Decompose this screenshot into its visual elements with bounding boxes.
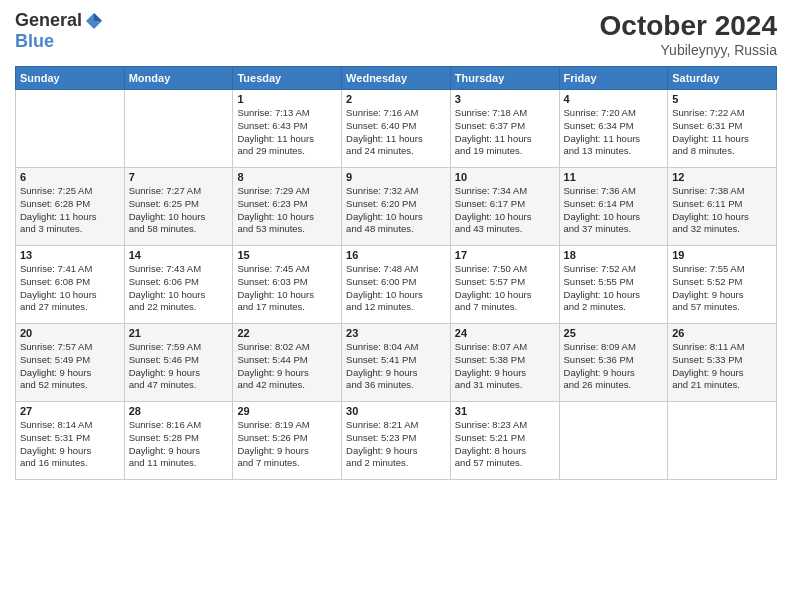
day-info: Sunrise: 7:25 AM Sunset: 6:28 PM Dayligh…	[20, 185, 120, 236]
weekday-header: Sunday	[16, 67, 125, 90]
calendar-week-row: 6Sunrise: 7:25 AM Sunset: 6:28 PM Daylig…	[16, 168, 777, 246]
day-info: Sunrise: 8:11 AM Sunset: 5:33 PM Dayligh…	[672, 341, 772, 392]
calendar-day-cell: 6Sunrise: 7:25 AM Sunset: 6:28 PM Daylig…	[16, 168, 125, 246]
day-info: Sunrise: 8:19 AM Sunset: 5:26 PM Dayligh…	[237, 419, 337, 470]
calendar-day-cell: 31Sunrise: 8:23 AM Sunset: 5:21 PM Dayli…	[450, 402, 559, 480]
day-info: Sunrise: 8:04 AM Sunset: 5:41 PM Dayligh…	[346, 341, 446, 392]
day-number: 7	[129, 171, 229, 183]
weekday-header: Monday	[124, 67, 233, 90]
day-info: Sunrise: 7:38 AM Sunset: 6:11 PM Dayligh…	[672, 185, 772, 236]
day-number: 25	[564, 327, 664, 339]
logo-icon	[84, 11, 104, 31]
day-info: Sunrise: 7:43 AM Sunset: 6:06 PM Dayligh…	[129, 263, 229, 314]
day-number: 29	[237, 405, 337, 417]
day-number: 14	[129, 249, 229, 261]
day-info: Sunrise: 7:34 AM Sunset: 6:17 PM Dayligh…	[455, 185, 555, 236]
weekday-header: Saturday	[668, 67, 777, 90]
day-number: 17	[455, 249, 555, 261]
day-info: Sunrise: 7:48 AM Sunset: 6:00 PM Dayligh…	[346, 263, 446, 314]
calendar-day-cell: 24Sunrise: 8:07 AM Sunset: 5:38 PM Dayli…	[450, 324, 559, 402]
page: General Blue October 2024 Yubileynyy, Ru…	[0, 0, 792, 612]
calendar-week-row: 1Sunrise: 7:13 AM Sunset: 6:43 PM Daylig…	[16, 90, 777, 168]
day-info: Sunrise: 7:16 AM Sunset: 6:40 PM Dayligh…	[346, 107, 446, 158]
day-info: Sunrise: 7:57 AM Sunset: 5:49 PM Dayligh…	[20, 341, 120, 392]
calendar-day-cell: 15Sunrise: 7:45 AM Sunset: 6:03 PM Dayli…	[233, 246, 342, 324]
day-number: 9	[346, 171, 446, 183]
calendar-day-cell	[559, 402, 668, 480]
day-number: 3	[455, 93, 555, 105]
day-number: 15	[237, 249, 337, 261]
day-info: Sunrise: 7:27 AM Sunset: 6:25 PM Dayligh…	[129, 185, 229, 236]
day-info: Sunrise: 7:20 AM Sunset: 6:34 PM Dayligh…	[564, 107, 664, 158]
calendar-day-cell: 10Sunrise: 7:34 AM Sunset: 6:17 PM Dayli…	[450, 168, 559, 246]
day-info: Sunrise: 7:13 AM Sunset: 6:43 PM Dayligh…	[237, 107, 337, 158]
day-info: Sunrise: 8:23 AM Sunset: 5:21 PM Dayligh…	[455, 419, 555, 470]
logo: General Blue	[15, 10, 104, 52]
calendar-day-cell: 4Sunrise: 7:20 AM Sunset: 6:34 PM Daylig…	[559, 90, 668, 168]
month-year: October 2024	[600, 10, 777, 42]
calendar-day-cell: 22Sunrise: 8:02 AM Sunset: 5:44 PM Dayli…	[233, 324, 342, 402]
calendar-day-cell: 13Sunrise: 7:41 AM Sunset: 6:08 PM Dayli…	[16, 246, 125, 324]
day-number: 4	[564, 93, 664, 105]
day-number: 28	[129, 405, 229, 417]
day-number: 22	[237, 327, 337, 339]
title-section: October 2024 Yubileynyy, Russia	[600, 10, 777, 58]
header-row: SundayMondayTuesdayWednesdayThursdayFrid…	[16, 67, 777, 90]
header: General Blue October 2024 Yubileynyy, Ru…	[15, 10, 777, 58]
day-number: 30	[346, 405, 446, 417]
calendar-day-cell: 8Sunrise: 7:29 AM Sunset: 6:23 PM Daylig…	[233, 168, 342, 246]
day-info: Sunrise: 7:29 AM Sunset: 6:23 PM Dayligh…	[237, 185, 337, 236]
calendar-day-cell: 17Sunrise: 7:50 AM Sunset: 5:57 PM Dayli…	[450, 246, 559, 324]
day-info: Sunrise: 8:21 AM Sunset: 5:23 PM Dayligh…	[346, 419, 446, 470]
calendar-day-cell: 1Sunrise: 7:13 AM Sunset: 6:43 PM Daylig…	[233, 90, 342, 168]
day-number: 5	[672, 93, 772, 105]
day-number: 27	[20, 405, 120, 417]
day-info: Sunrise: 8:16 AM Sunset: 5:28 PM Dayligh…	[129, 419, 229, 470]
day-number: 8	[237, 171, 337, 183]
calendar-week-row: 20Sunrise: 7:57 AM Sunset: 5:49 PM Dayli…	[16, 324, 777, 402]
day-info: Sunrise: 8:09 AM Sunset: 5:36 PM Dayligh…	[564, 341, 664, 392]
weekday-header: Tuesday	[233, 67, 342, 90]
day-info: Sunrise: 7:59 AM Sunset: 5:46 PM Dayligh…	[129, 341, 229, 392]
day-info: Sunrise: 8:02 AM Sunset: 5:44 PM Dayligh…	[237, 341, 337, 392]
day-info: Sunrise: 7:52 AM Sunset: 5:55 PM Dayligh…	[564, 263, 664, 314]
day-number: 12	[672, 171, 772, 183]
day-number: 20	[20, 327, 120, 339]
day-number: 24	[455, 327, 555, 339]
calendar-week-row: 13Sunrise: 7:41 AM Sunset: 6:08 PM Dayli…	[16, 246, 777, 324]
day-number: 31	[455, 405, 555, 417]
day-info: Sunrise: 8:14 AM Sunset: 5:31 PM Dayligh…	[20, 419, 120, 470]
calendar-table: SundayMondayTuesdayWednesdayThursdayFrid…	[15, 66, 777, 480]
logo-blue-text: Blue	[15, 31, 54, 52]
calendar-day-cell: 25Sunrise: 8:09 AM Sunset: 5:36 PM Dayli…	[559, 324, 668, 402]
calendar-day-cell: 26Sunrise: 8:11 AM Sunset: 5:33 PM Dayli…	[668, 324, 777, 402]
day-info: Sunrise: 7:32 AM Sunset: 6:20 PM Dayligh…	[346, 185, 446, 236]
day-number: 19	[672, 249, 772, 261]
day-number: 2	[346, 93, 446, 105]
calendar-day-cell: 19Sunrise: 7:55 AM Sunset: 5:52 PM Dayli…	[668, 246, 777, 324]
calendar-day-cell: 9Sunrise: 7:32 AM Sunset: 6:20 PM Daylig…	[342, 168, 451, 246]
day-info: Sunrise: 7:50 AM Sunset: 5:57 PM Dayligh…	[455, 263, 555, 314]
day-number: 16	[346, 249, 446, 261]
day-info: Sunrise: 7:18 AM Sunset: 6:37 PM Dayligh…	[455, 107, 555, 158]
calendar-day-cell: 11Sunrise: 7:36 AM Sunset: 6:14 PM Dayli…	[559, 168, 668, 246]
calendar-day-cell: 2Sunrise: 7:16 AM Sunset: 6:40 PM Daylig…	[342, 90, 451, 168]
day-info: Sunrise: 7:36 AM Sunset: 6:14 PM Dayligh…	[564, 185, 664, 236]
location: Yubileynyy, Russia	[600, 42, 777, 58]
day-number: 10	[455, 171, 555, 183]
calendar-day-cell: 7Sunrise: 7:27 AM Sunset: 6:25 PM Daylig…	[124, 168, 233, 246]
calendar-day-cell	[124, 90, 233, 168]
day-info: Sunrise: 7:41 AM Sunset: 6:08 PM Dayligh…	[20, 263, 120, 314]
calendar-day-cell: 23Sunrise: 8:04 AM Sunset: 5:41 PM Dayli…	[342, 324, 451, 402]
calendar-day-cell: 29Sunrise: 8:19 AM Sunset: 5:26 PM Dayli…	[233, 402, 342, 480]
calendar-day-cell: 21Sunrise: 7:59 AM Sunset: 5:46 PM Dayli…	[124, 324, 233, 402]
calendar-day-cell: 5Sunrise: 7:22 AM Sunset: 6:31 PM Daylig…	[668, 90, 777, 168]
calendar-day-cell: 18Sunrise: 7:52 AM Sunset: 5:55 PM Dayli…	[559, 246, 668, 324]
day-number: 6	[20, 171, 120, 183]
day-number: 21	[129, 327, 229, 339]
calendar-day-cell: 12Sunrise: 7:38 AM Sunset: 6:11 PM Dayli…	[668, 168, 777, 246]
logo-general-text: General	[15, 10, 82, 31]
day-number: 13	[20, 249, 120, 261]
day-number: 1	[237, 93, 337, 105]
day-number: 18	[564, 249, 664, 261]
